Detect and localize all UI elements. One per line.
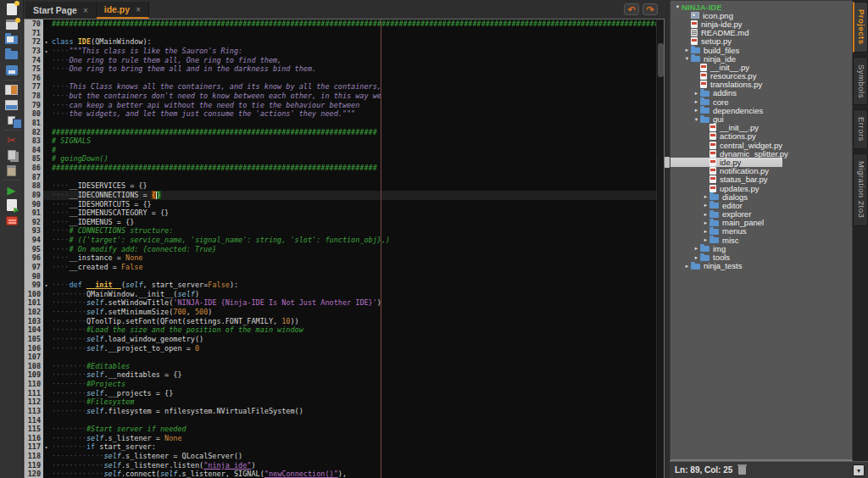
editor-line[interactable]: 74····One ring to rule them all, One rin…	[25, 56, 664, 65]
code-text[interactable]: ····One ring to rule them all, One ring …	[49, 56, 664, 65]
editor-line[interactable]: 98	[25, 272, 664, 281]
run-file-button[interactable]	[2, 197, 22, 213]
code-text[interactable]: ····# On modify add: {connected: True}	[49, 245, 664, 254]
tree-item-core[interactable]: ▸core	[670, 97, 852, 106]
expander-closed-icon[interactable]: ▸	[693, 245, 700, 252]
code-text[interactable]: ········#Start server if needed	[49, 425, 664, 434]
editor-line[interactable]: 118············self.s_listener = QLocalS…	[25, 452, 664, 461]
editor-line[interactable]: 101········self.setWindowTitle('NINJA-ID…	[25, 298, 664, 308]
editor-line[interactable]: 91····__IDEMENUSCATEGORY = {}	[25, 208, 664, 218]
tree-item-gui[interactable]: ▾gui	[670, 114, 852, 123]
editor-line[interactable]: 106········self.__project_to_open = 0	[25, 344, 664, 353]
editor-line[interactable]: 83# SIGNALS	[25, 136, 664, 146]
fold-marker-icon[interactable]: ▾	[43, 37, 49, 47]
tree-item-editor[interactable]: ▸editor	[670, 201, 852, 209]
tree-item-ninja-tests[interactable]: ▸ninja_tests	[670, 262, 852, 270]
tab-close-icon[interactable]: ×	[136, 5, 141, 14]
code-text[interactable]: ····__instance = None	[49, 253, 664, 263]
tree-item-status-bar-py[interactable]: status_bar.py	[670, 175, 852, 184]
code-text[interactable]: ············self.s_listener = QLocalServ…	[49, 452, 664, 461]
editor-scrollbar[interactable]	[656, 19, 664, 478]
code-text[interactable]	[49, 416, 664, 425]
side-tab-errors[interactable]: Errors	[853, 109, 868, 149]
code-editor[interactable]: 70######################################…	[24, 19, 665, 478]
editor-line[interactable]: 80····the widgets, and let them just con…	[25, 109, 664, 119]
fold-marker-icon[interactable]: ▾	[43, 442, 49, 452]
stop-button[interactable]	[2, 213, 22, 228]
editor-line[interactable]: 119············self.s_listener.listen("n…	[25, 461, 664, 470]
editor-line[interactable]: 77····This Class knows all the container…	[25, 82, 664, 92]
editor-line[interactable]: 97····__created = False	[25, 263, 664, 272]
code-text[interactable]: ····def __init__(self, start_server=Fals…	[49, 281, 664, 290]
editor-line[interactable]: 73▾····"""This class is like the Sauron'…	[25, 47, 664, 56]
editor-line[interactable]: 115········#Start server if needed	[25, 425, 664, 434]
code-text[interactable]	[49, 29, 664, 38]
tree-item-addins[interactable]: ▸addins	[670, 89, 852, 97]
editor-line[interactable]: 108········#Editables	[25, 362, 664, 371]
code-text[interactable]: ········self.s_listener = None	[49, 434, 664, 443]
code-text[interactable]	[49, 74, 664, 83]
code-text[interactable]	[49, 119, 664, 128]
editor-line[interactable]: 104········#Load the size and the positi…	[25, 325, 664, 335]
fold-marker-icon[interactable]: ▾	[43, 281, 49, 290]
tree-item-ninja-ide[interactable]: ▾NINJA-IDE	[670, 3, 852, 11]
code-text[interactable]: ········self.filesystem = nfilesystem.NV…	[49, 407, 664, 416]
code-text[interactable]: ········QToolTip.setFont(QFont(settings.…	[49, 317, 664, 326]
tree-item-main-panel[interactable]: ▸main_panel	[670, 219, 852, 227]
editor-line[interactable]: 117▾········if start_server:	[25, 442, 664, 452]
code-text[interactable]: ····__IDECONNECTIONS = {}	[49, 191, 664, 200]
editor-line[interactable]: 110········#Projects	[25, 380, 664, 389]
tree-item-central-widget-py[interactable]: central_widget.py	[670, 141, 852, 149]
tree-item-updates-py[interactable]: updates.py	[670, 184, 852, 192]
editor-line[interactable]: 107	[25, 353, 664, 362]
tree-item-init-py[interactable]: __init__.py	[670, 63, 852, 71]
tree-item-menus[interactable]: ▸menus	[670, 227, 852, 236]
code-text[interactable]: ········#Projects	[49, 380, 664, 389]
code-text[interactable]: ····__IDEMENUS = {}	[49, 218, 664, 227]
expander-closed-icon[interactable]: ▸	[693, 90, 700, 97]
code-text[interactable]: ········self.__neditables = {}	[49, 370, 664, 380]
editor-line[interactable]: 120············self.connect(self.s_liste…	[25, 470, 664, 478]
code-text[interactable]: ············self.connect(self.s_listener…	[49, 470, 664, 478]
editor-line[interactable]: 71	[25, 29, 664, 38]
expander-open-icon[interactable]: ▾	[693, 116, 700, 123]
fold-marker-icon[interactable]: ▾	[43, 47, 49, 56]
tree-item-init-py[interactable]: __init__.py	[670, 124, 852, 132]
code-text[interactable]: ········QMainWindow.__init__(self)	[49, 290, 664, 299]
code-text[interactable]: ········self.__projects = {}	[49, 389, 664, 398]
editor-line[interactable]: 76	[25, 74, 664, 83]
new-file-button[interactable]	[2, 2, 22, 17]
tree-item-ninja-ide-py[interactable]: ninja-ide.py	[670, 19, 852, 28]
tree-item-actions-py[interactable]: actions.py	[670, 132, 852, 141]
tree-item-icon-png[interactable]: icon.png	[670, 11, 852, 19]
code-text[interactable]: ····# CONNECTIONS structure:	[49, 226, 664, 236]
code-text[interactable]: ············self.s_listener.listen("ninj…	[49, 461, 664, 470]
code-text[interactable]: ········#Load the size and the position …	[49, 325, 664, 335]
tree-item-dynamic-splitter-py[interactable]: dynamic_splitter.py	[670, 149, 852, 158]
paste-button[interactable]	[2, 163, 22, 178]
new-tab-button[interactable]	[2, 17, 22, 32]
editor-line[interactable]: 81	[25, 119, 664, 128]
code-text[interactable]: ########################################…	[49, 164, 664, 173]
expander-closed-icon[interactable]: ▸	[702, 228, 709, 235]
trash-icon[interactable]	[738, 466, 746, 475]
tree-item-resources-py[interactable]: resources.py	[670, 72, 852, 81]
editor-line[interactable]: 114	[25, 416, 664, 425]
code-text[interactable]	[49, 353, 664, 362]
editor-line[interactable]: 99▾····def __init__(self, start_server=F…	[25, 281, 664, 290]
open-file-button[interactable]	[2, 32, 22, 47]
code-text[interactable]: ····# ({'target': service_name, 'signal_…	[49, 236, 664, 245]
code-text[interactable]: ········if start_server:	[49, 442, 664, 452]
code-text[interactable]: ····the widgets, and let them just consu…	[49, 109, 664, 119]
tab-close-icon[interactable]: ×	[83, 6, 88, 15]
expander-closed-icon[interactable]: ▸	[702, 236, 709, 243]
editor-line[interactable]: 89····__IDECONNECTIONS = {}	[25, 191, 664, 200]
side-tab-migration-2to3[interactable]: Migration 2to3	[853, 153, 868, 225]
code-text[interactable]: class IDE(QMainWindow):	[49, 37, 664, 47]
code-text[interactable]: ····__created = False	[49, 263, 664, 272]
tree-item-ide-py[interactable]: ide.py	[670, 158, 852, 166]
split-horizontal-button[interactable]	[2, 82, 22, 97]
splitter-handle-icon[interactable]	[665, 157, 670, 168]
editor-line[interactable]: 96····__instance = None	[25, 253, 664, 263]
code-text[interactable]: ····One ring to bring them all and in th…	[49, 64, 664, 74]
